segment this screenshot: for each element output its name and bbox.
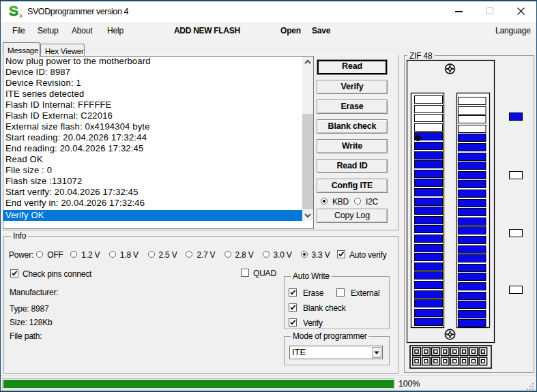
svg-text:S: S (9, 4, 18, 18)
svg-text:ZIF 48: ZIF 48 (409, 52, 433, 61)
svg-text:p: p (20, 13, 23, 18)
